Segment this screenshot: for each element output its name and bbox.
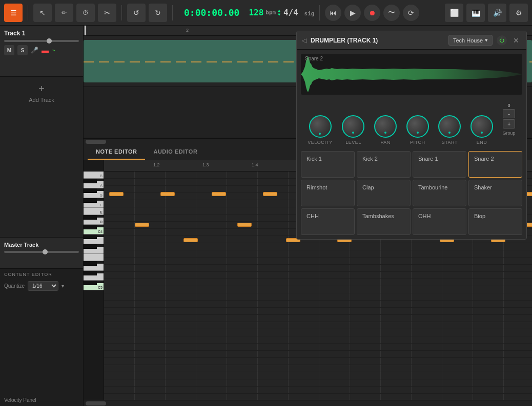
knob-dot xyxy=(448,132,451,134)
pan-knob[interactable] xyxy=(374,115,397,138)
speaker-icon: ◁ xyxy=(302,37,306,44)
tab-audio-editor[interactable]: AUDIO EDITOR xyxy=(145,144,206,160)
master-track-name: Master Track xyxy=(4,242,79,248)
pad-shaker[interactable]: Shaker xyxy=(468,180,522,206)
note-block[interactable] xyxy=(109,192,124,196)
pad-snare2[interactable]: Snare 2 xyxy=(468,151,522,178)
time-display: 0:00:00.00 xyxy=(178,7,245,18)
c4-label: C4 xyxy=(98,230,103,233)
start-knob[interactable] xyxy=(438,115,461,138)
export-button[interactable]: ⬜ xyxy=(445,4,463,22)
end-knob[interactable] xyxy=(470,115,493,138)
piano-key-black[interactable] xyxy=(84,215,97,220)
pencil-icon: ✏ xyxy=(62,9,67,16)
automation-icon: 〜 xyxy=(388,8,395,17)
velocity-knob[interactable] xyxy=(309,115,332,138)
piano-key-white[interactable]: E xyxy=(84,208,104,215)
piano-key-white[interactable]: B xyxy=(84,172,104,179)
start-knob-group: START xyxy=(438,115,461,145)
track1-mute-button[interactable]: M xyxy=(4,45,14,55)
piano-key-black[interactable] xyxy=(84,244,97,249)
content-editor-left: CONTENT EDITOR Quantize 1/4 1/8 1/16 1/3… xyxy=(0,268,83,406)
track1-fader[interactable] xyxy=(4,40,79,42)
pitch-knob[interactable] xyxy=(406,115,429,138)
note-block[interactable] xyxy=(183,238,198,242)
timeline-scrollbar-thumb xyxy=(86,140,106,144)
group-plus-button[interactable]: + xyxy=(503,119,515,129)
pad-tambshakes[interactable]: Tambshakes xyxy=(357,208,411,235)
pad-kick2[interactable]: Kick 2 xyxy=(357,151,411,178)
drumpler-close-button[interactable]: ✕ xyxy=(511,35,521,46)
add-track-section[interactable]: + Add Track xyxy=(0,77,83,109)
undo-icon: ↺ xyxy=(133,9,139,17)
pad-rimshot[interactable]: Rimshot xyxy=(301,180,355,206)
piano-key-black[interactable] xyxy=(84,234,97,239)
left-panel-spacer xyxy=(0,109,83,237)
note-block[interactable] xyxy=(263,192,277,196)
piano-key-black[interactable] xyxy=(84,198,97,203)
pad-kick1[interactable]: Kick 1 xyxy=(301,151,355,178)
close-icon: ✕ xyxy=(513,36,519,45)
toolbar-separator-4 xyxy=(319,5,320,20)
pencil-tool-button[interactable]: ✏ xyxy=(55,4,73,22)
menu-icon: ☰ xyxy=(10,9,17,17)
pad-ohh[interactable]: OHH xyxy=(413,208,466,235)
midi-button[interactable]: 🎹 xyxy=(466,4,485,22)
clock-tool-button[interactable]: ⏱ xyxy=(76,4,95,22)
quantize-select[interactable]: 1/4 1/8 1/16 1/32 xyxy=(28,281,58,291)
undo-button[interactable]: ↺ xyxy=(127,4,146,22)
redo-button[interactable]: ↻ xyxy=(149,4,167,22)
pad-chh[interactable]: CHH xyxy=(301,208,355,235)
track1-eq-icon[interactable]: ▬ xyxy=(42,46,49,54)
pad-tambourine[interactable]: Tambourine xyxy=(413,180,466,206)
piano-key-black[interactable] xyxy=(84,281,97,285)
track1-controls: M S 🎤 ▬ ~ xyxy=(4,45,79,55)
note-block[interactable] xyxy=(135,223,149,227)
drumpler-pads: Kick 1 Kick 2 Snare 1 Snare 2 Rimshot Cl… xyxy=(297,147,526,239)
note-block[interactable] xyxy=(212,192,226,196)
note-block[interactable] xyxy=(160,192,175,196)
record-button[interactable]: ⏺ xyxy=(364,5,380,21)
toolbar-separator-3 xyxy=(172,5,173,20)
drumpler-window: ◁ DRUMPLER (TRACK 1) Tech House ▾ ⏻ ✕ Sn… xyxy=(296,31,527,240)
pad-biop[interactable]: Biop xyxy=(468,208,522,235)
rewind-button[interactable]: ⏮ xyxy=(325,5,341,21)
piano-key-black[interactable] xyxy=(84,261,97,266)
scissors-tool-button[interactable]: ✂ xyxy=(98,4,116,22)
pad-clap[interactable]: Clap xyxy=(357,180,411,206)
piano-key-black[interactable] xyxy=(84,179,97,183)
note-block[interactable] xyxy=(237,223,252,227)
waveform-svg xyxy=(301,54,522,95)
drumpler-power-button[interactable]: ⏻ xyxy=(497,35,507,46)
piano-key-black[interactable] xyxy=(84,188,97,193)
level-knob[interactable] xyxy=(342,115,364,138)
note-ruler-spacer xyxy=(84,160,104,171)
add-track-icon: + xyxy=(38,83,45,95)
piano-key-black[interactable] xyxy=(84,225,97,229)
loop-button[interactable]: ⟳ xyxy=(403,5,419,21)
start-label: START xyxy=(442,140,458,145)
audio-button[interactable]: 🔊 xyxy=(488,4,506,22)
menu-button[interactable]: ☰ xyxy=(4,4,23,22)
note-grid-scrollbar[interactable] xyxy=(84,400,532,406)
track1-solo-button[interactable]: S xyxy=(17,45,28,55)
automation-button[interactable]: 〜 xyxy=(383,5,400,21)
velocity-label: VELOCITY xyxy=(308,140,333,145)
end-label: END xyxy=(477,140,487,145)
bpm-arrows[interactable]: ▲ ▼ xyxy=(278,9,280,17)
piano-key-white[interactable] xyxy=(84,254,104,261)
piano-key-black[interactable] xyxy=(84,271,97,275)
export-icon: ⬜ xyxy=(450,9,459,17)
settings-button[interactable]: ⚙ xyxy=(509,4,528,22)
clock-icon: ⏱ xyxy=(83,9,89,16)
drumpler-preset[interactable]: Tech House ▾ xyxy=(448,35,493,46)
master-fader[interactable] xyxy=(4,251,79,253)
note-ruler-tick-13: 1.3 xyxy=(202,162,209,167)
play-button[interactable]: ▶ xyxy=(344,5,361,21)
tab-note-editor[interactable]: NOTE EDITOR xyxy=(88,144,145,160)
group-minus-button[interactable]: - xyxy=(503,109,515,118)
pad-snare1[interactable]: Snare 1 xyxy=(413,151,466,178)
track1-mic-icon[interactable]: 🎤 xyxy=(31,47,38,54)
track1-wave-icon[interactable]: ~ xyxy=(52,47,55,54)
cursor-tool-button[interactable]: ↖ xyxy=(33,4,52,22)
